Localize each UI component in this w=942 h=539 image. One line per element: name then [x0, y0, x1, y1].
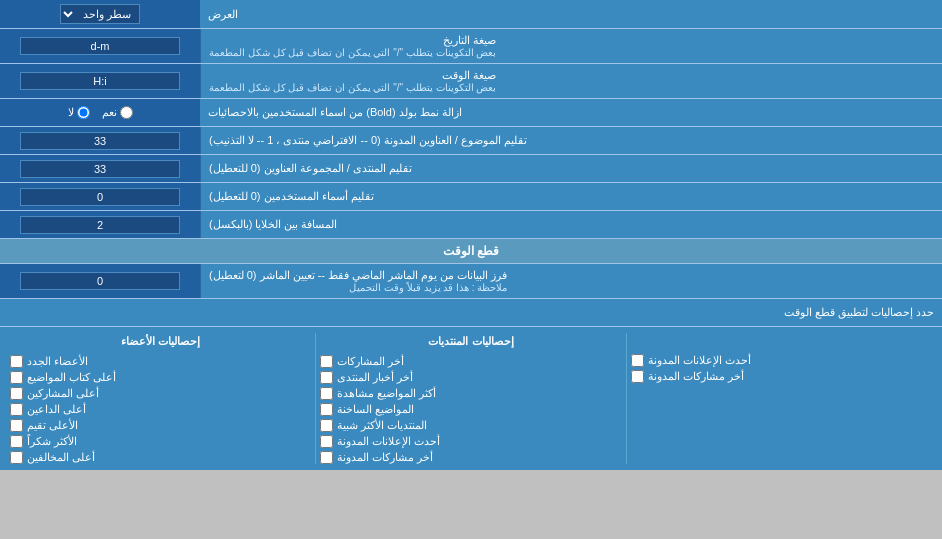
checkbox-item: أعلى كتاب المواضيع	[10, 371, 311, 384]
date-format-row: صيغة التاريخ بعض التكوينات يتطلب "/" الت…	[0, 29, 942, 64]
forum-per-page-label-text: تقليم المنتدى / المجموعة العناوين (0 للت…	[209, 162, 412, 175]
checkbox-top-inviters[interactable]	[10, 403, 23, 416]
checkbox-blog-posts2[interactable]	[320, 451, 333, 464]
users-per-page-input-area	[0, 183, 200, 210]
col-empty-header	[631, 333, 932, 351]
checkbox-latest-ads[interactable]	[320, 435, 333, 448]
topics-per-page-row: تقليم الموضوع / العناوين المدونة (0 -- ا…	[0, 127, 942, 155]
checkbox-col-empty: أحدث الإعلانات المدونة أخر مشاركات المدو…	[627, 333, 936, 464]
bold-remove-label: ازالة نمط بولد (Bold) من اسماء المستخدمي…	[200, 99, 942, 126]
topics-per-page-label: تقليم الموضوع / العناوين المدونة (0 -- ا…	[200, 127, 942, 154]
checkbox-item: أعلى المخالفين	[10, 451, 311, 464]
time-format-label-text: صيغة الوقت	[209, 69, 496, 82]
checkbox-hot-topics[interactable]	[320, 403, 333, 416]
users-per-page-row: تقليم أسماء المستخدمين (0 للتعطيل)	[0, 183, 942, 211]
bold-remove-yes-radio[interactable]	[120, 106, 133, 119]
cell-spacing-input-area	[0, 211, 200, 238]
time-format-label: صيغة الوقت بعض التكوينات يتطلب "/" التي …	[200, 64, 942, 98]
cutoff-row: فرز البيانات من يوم الماشر الماضي فقط --…	[0, 264, 942, 299]
cell-spacing-label: المسافة بين الخلايا (بالبكسل)	[200, 211, 942, 238]
bold-remove-label-text: ازالة نمط بولد (Bold) من اسماء المستخدمي…	[208, 106, 462, 119]
time-format-input-area	[0, 64, 200, 98]
checkbox-item: أخر أخبار المنتدى	[320, 371, 621, 384]
cell-spacing-label-text: المسافة بين الخلايا (بالبكسل)	[209, 218, 338, 231]
date-format-sublabel: بعض التكوينات يتطلب "/" التي يمكن ان تضا…	[209, 47, 496, 58]
cutoff-input-area	[0, 264, 200, 298]
checkbox-item: أكثر المواضيع مشاهدة	[320, 387, 621, 400]
checkbox-blog-posts[interactable]	[631, 370, 644, 383]
checkbox-most-viewed[interactable]	[320, 387, 333, 400]
date-format-label: صيغة التاريخ بعض التكوينات يتطلب "/" الت…	[200, 29, 942, 63]
users-per-page-label-text: تقليم أسماء المستخدمين (0 للتعطيل)	[209, 190, 374, 203]
bold-remove-no-radio[interactable]	[77, 106, 90, 119]
checkbox-forum-news[interactable]	[320, 371, 333, 384]
cutoff-row-label-text: فرز البيانات من يوم الماشر الماضي فقط --…	[209, 269, 507, 282]
checkbox-popular-forums[interactable]	[320, 419, 333, 432]
display-label: العرض	[200, 0, 942, 28]
users-per-page-label: تقليم أسماء المستخدمين (0 للتعطيل)	[200, 183, 942, 210]
checkbox-item: أحدث الإعلانات المدونة	[320, 435, 621, 448]
checkbox-item: أعلى المشاركين	[10, 387, 311, 400]
date-format-input[interactable]	[20, 37, 180, 55]
display-select[interactable]: سطر واحد سطرين ثلاثة أسطر	[60, 4, 140, 24]
time-format-input[interactable]	[20, 72, 180, 90]
checkbox-ads[interactable]	[631, 354, 644, 367]
col-separator-2	[315, 333, 316, 464]
cell-spacing-row: المسافة بين الخلايا (بالبكسل)	[0, 211, 942, 239]
checkbox-item: الأكثر شكراً	[10, 435, 311, 448]
topics-per-page-input[interactable]	[20, 132, 180, 150]
display-row: العرض سطر واحد سطرين ثلاثة أسطر	[0, 0, 942, 29]
cutoff-title: قطع الوقت	[443, 244, 499, 258]
bold-remove-row: ازالة نمط بولد (Bold) من اسماء المستخدمي…	[0, 99, 942, 127]
checkbox-item: أخر المشاركات	[320, 355, 621, 368]
forum-per-page-row: تقليم المنتدى / المجموعة العناوين (0 للت…	[0, 155, 942, 183]
checkbox-new-members[interactable]	[10, 355, 23, 368]
bold-remove-no-label[interactable]: لا	[68, 106, 90, 119]
cutoff-input[interactable]	[20, 272, 180, 290]
stats-limit-label: حدد إحصاليات لتطبيق قطع الوقت	[8, 306, 934, 319]
checkbox-item: الأعلى تقيم	[10, 419, 311, 432]
col-forums-header: إحصاليات المنتديات	[320, 333, 621, 352]
checkbox-top-participants[interactable]	[10, 387, 23, 400]
display-select-area: سطر واحد سطرين ثلاثة أسطر	[0, 0, 200, 28]
checkbox-top-violators[interactable]	[10, 451, 23, 464]
checkbox-top-posters[interactable]	[10, 371, 23, 384]
topics-per-page-label-text: تقليم الموضوع / العناوين المدونة (0 -- ا…	[209, 134, 527, 147]
bottom-section: أحدث الإعلانات المدونة أخر مشاركات المدو…	[0, 327, 942, 470]
cutoff-label: فرز البيانات من يوم الماشر الماضي فقط --…	[200, 264, 942, 298]
bold-remove-yes-label[interactable]: نعم	[102, 106, 133, 119]
checkbox-item: أخر مشاركات المدونة	[631, 370, 932, 383]
cell-spacing-input[interactable]	[20, 216, 180, 234]
date-format-input-area	[0, 29, 200, 63]
display-label-text: العرض	[208, 8, 238, 21]
forum-per-page-label: تقليم المنتدى / المجموعة العناوين (0 للت…	[200, 155, 942, 182]
checkbox-col-forums: إحصاليات المنتديات أخر المشاركات أخر أخب…	[316, 333, 625, 464]
cutoff-row-sublabel: ملاحظة : هذا قد يزيد قبلاً وقت التحميل	[209, 282, 507, 293]
stats-limit-label-text: حدد إحصاليات لتطبيق قطع الوقت	[784, 306, 934, 318]
checkboxes-container: أحدث الإعلانات المدونة أخر مشاركات المدو…	[6, 333, 936, 464]
col-members-header: إحصاليات الأعضاء	[10, 333, 311, 352]
checkbox-top-rated[interactable]	[10, 419, 23, 432]
forum-per-page-input[interactable]	[20, 160, 180, 178]
main-container: العرض سطر واحد سطرين ثلاثة أسطر صيغة الت…	[0, 0, 942, 470]
time-format-sublabel: بعض التكوينات يتطلب "/" التي يمكن ان تضا…	[209, 82, 496, 93]
checkbox-item: الأعضاء الجدد	[10, 355, 311, 368]
checkbox-item: المواضيع الساخنة	[320, 403, 621, 416]
checkbox-item: أحدث الإعلانات المدونة	[631, 354, 932, 367]
checkbox-item: أخر مشاركات المدونة	[320, 451, 621, 464]
bold-remove-radio-area: نعم لا	[0, 99, 200, 126]
checkbox-item: المنتديات الأكثر شبية	[320, 419, 621, 432]
users-per-page-input[interactable]	[20, 188, 180, 206]
col-separator-1	[626, 333, 627, 464]
cutoff-section-header: قطع الوقت	[0, 239, 942, 264]
forum-per-page-input-area	[0, 155, 200, 182]
checkbox-item: أعلى الداعين	[10, 403, 311, 416]
topics-per-page-input-area	[0, 127, 200, 154]
stats-limit-row: حدد إحصاليات لتطبيق قطع الوقت	[0, 299, 942, 327]
checkbox-latest-posts[interactable]	[320, 355, 333, 368]
time-format-row: صيغة الوقت بعض التكوينات يتطلب "/" التي …	[0, 64, 942, 99]
date-format-label-text: صيغة التاريخ	[209, 34, 496, 47]
checkbox-col-members: إحصاليات الأعضاء الأعضاء الجدد أعلى كتاب…	[6, 333, 315, 464]
checkbox-most-thanked[interactable]	[10, 435, 23, 448]
